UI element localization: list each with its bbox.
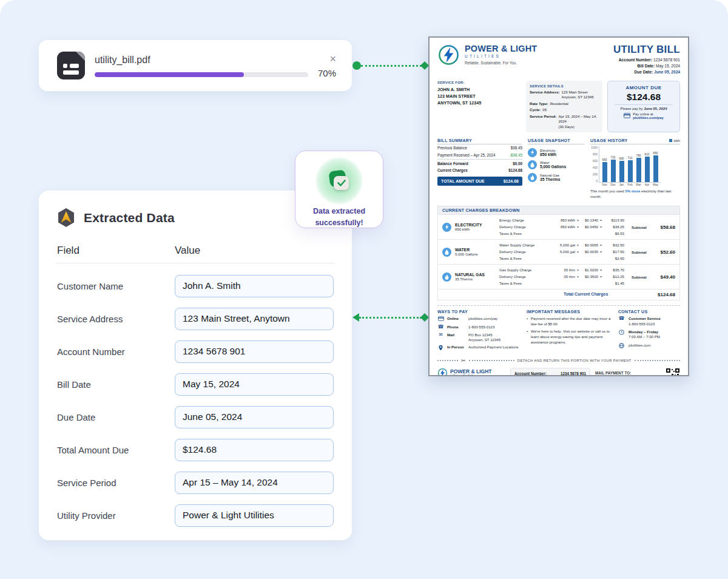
amount-due-heading: AMOUNT DUE (612, 85, 675, 90)
field-label: Utility Provider (57, 510, 175, 521)
field-label: Service Address (57, 314, 175, 324)
location-pin-icon (437, 345, 444, 352)
mail-payment-to-block: MAIL PAYMENT TO: POWER & LIGHT UTILITIES… (595, 368, 661, 376)
upload-card: utility_bill.pdf × 70% (39, 40, 352, 91)
bill-account-number: Account Number: 1234 5678 901 (613, 57, 680, 63)
usage-bar: 650 (601, 158, 608, 183)
flame-icon (442, 273, 451, 282)
usage-bar: 810 (644, 153, 650, 182)
water-icon (528, 160, 537, 169)
snapshot-water: Water5,000 Gallons (528, 160, 585, 169)
arrow-head-left (352, 313, 359, 322)
service-address-input[interactable] (175, 308, 334, 330)
bill-title: UTILITY BILL (613, 44, 680, 56)
payment-card-icon (624, 113, 630, 118)
due-date-input[interactable] (175, 406, 334, 428)
usage-history-chart: 10008006004002000 650 720 680 710 780 81… (590, 146, 680, 183)
customer-name-input[interactable] (175, 275, 334, 297)
chart-x-axis: NovDecJanFebMarAprMay (590, 183, 680, 186)
usage-bar: 710 (627, 157, 633, 183)
ways-to-pay-block: WAYS TO PAY Onlineplutilities.com/pay ☎ … (437, 310, 521, 354)
upload-progress-percent: 70% (318, 68, 336, 78)
usage-bar: 850 (652, 152, 659, 182)
summary-row: Current Charges$124.68 (437, 167, 522, 174)
bill-summary-heading: BILL SUMMARY (437, 138, 522, 144)
field-row-due-date: Due Date (57, 401, 335, 433)
bill-date-input[interactable] (175, 373, 334, 396)
remit-amount-box: Account Number:1234 5678 901 Due Date:Ju… (510, 368, 590, 376)
usage-snapshot-block: USAGE SNAPSHOT Electricity850 kWh Water5… (528, 138, 585, 200)
remittance-stub: POWER & LIGHT UTILITIES PO Box 12345 Any… (437, 368, 680, 376)
charges-row-gas: NATURAL GAS35 Therms Gas Supply Charge35… (438, 265, 679, 290)
phone-icon: ☎ (618, 316, 625, 321)
page-title: Extracted Data (84, 211, 175, 225)
toast-text-line1: Data extracted (295, 206, 383, 217)
field-label: Bill Date (57, 379, 175, 390)
pay-by-text: Please pay by June 05, 2024 (612, 107, 675, 110)
service-details-box: SERVICE DETAILS Service Address:123 Main… (526, 81, 602, 133)
field-label: Total Amount Due (57, 445, 175, 455)
arrow-diamond (420, 61, 429, 70)
success-glow (315, 157, 363, 205)
total-amount-due-input[interactable] (175, 439, 334, 461)
electricity-icon (442, 223, 451, 232)
contact-us-block: CONTACT US ☎ Customer Service1-800-555-0… (618, 310, 680, 354)
summary-row: Payment Received – Apr 25, 2024-$98.45 (437, 152, 522, 158)
arrow-dotted-line (359, 317, 422, 319)
important-messages-block: IMPORTANT MESSAGES Payment received afte… (527, 310, 613, 354)
utility-provider-input[interactable] (175, 504, 334, 527)
charges-breakdown-block: CURRENT CHARGES BREAKDOWN ELECTRICITY850… (437, 206, 680, 300)
arrow-dotted-line (361, 65, 422, 67)
upload-progress-fill (95, 72, 244, 77)
remit-brand-name: POWER & LIGHT (450, 368, 491, 374)
power-light-logo-icon (437, 44, 460, 66)
field-row-account-number: Account Number (57, 335, 335, 368)
charges-row-water: WATER5,000 Gallons Water Supply Charge5,… (438, 240, 679, 265)
bill-summary-block: BILL SUMMARY Previous Balance$98.45 Paym… (437, 138, 522, 200)
field-row-service-period: Service Period (57, 466, 335, 499)
message-bullet: Payment received after the due date may … (527, 316, 613, 327)
field-label: Account Number (57, 347, 175, 357)
clock-icon (618, 330, 625, 336)
service-details-row: Service Period:Apr 15, 2024 – May 14, 20… (530, 114, 599, 130)
bill-bill-date: Bill Date: May 15, 2024 (613, 63, 680, 69)
bill-due-date: Due Date: June 05, 2024 (613, 69, 680, 75)
chart-legend: kWh (669, 139, 680, 143)
contact-phone: ☎ Customer Service1-800-555-0123 (618, 316, 680, 327)
scissors-icon: ✂ (461, 357, 466, 364)
service-for-heading: SERVICE FOR: (437, 81, 521, 84)
remit-brand-sub: UTILITIES (450, 374, 491, 376)
snapshot-gas: Natural Gas35 Therms (528, 173, 585, 182)
close-icon[interactable]: × (329, 53, 336, 64)
service-details-row: Service Address:123 Main Street Anytown,… (530, 90, 599, 100)
amount-due-value: $124.68 (612, 92, 675, 103)
field-label: Service Period (57, 478, 175, 488)
flame-icon (528, 173, 537, 182)
contact-hours: Monday – Friday7:00 AM – 7:00 PM (618, 330, 680, 340)
arrow-diamond (420, 313, 429, 322)
card-icon (437, 316, 444, 322)
charges-row-electricity: ELECTRICITY850 kWh Energy Charge850 kWh×… (438, 215, 679, 240)
summary-row: Balance Forward$0.00 (437, 160, 522, 167)
pay-mail-item: ✉ MailPO Box 12345 Anytown, ST 12345 (437, 333, 521, 342)
service-for-line: 123 MAIN STREET (437, 93, 521, 100)
column-header-value: Value (175, 245, 200, 257)
detach-text: DETACH AND RETURN THIS PORTION WITH YOUR… (517, 359, 632, 362)
charges-heading: CURRENT CHARGES BREAKDOWN (437, 206, 680, 215)
field-row-utility-provider: Utility Provider (57, 499, 335, 532)
qr-code (666, 368, 680, 376)
field-row-bill-date: Bill Date (57, 368, 335, 401)
service-for-block: SERVICE FOR: JOHN A. SMITH 123 MAIN STRE… (437, 81, 521, 133)
service-details-heading: SERVICE DETAILS (530, 84, 599, 89)
service-for-line: ANYTOWN, ST 12345 (437, 100, 521, 106)
service-details-row: Cycle:05 (530, 107, 599, 113)
ways-to-pay-heading: WAYS TO PAY (437, 310, 521, 314)
bill-tagline: Reliable. Sustainable. For You. (465, 61, 537, 65)
snapshot-electricity: Electricity850 kWh (528, 148, 585, 157)
app-logo-hexagon-icon (57, 208, 75, 228)
account-number-input[interactable] (175, 340, 334, 363)
service-period-input[interactable] (175, 472, 334, 494)
upload-progress-bar (95, 72, 308, 77)
connector-arrow-top (352, 61, 428, 70)
summary-row: Previous Balance$98.45 (437, 144, 522, 151)
